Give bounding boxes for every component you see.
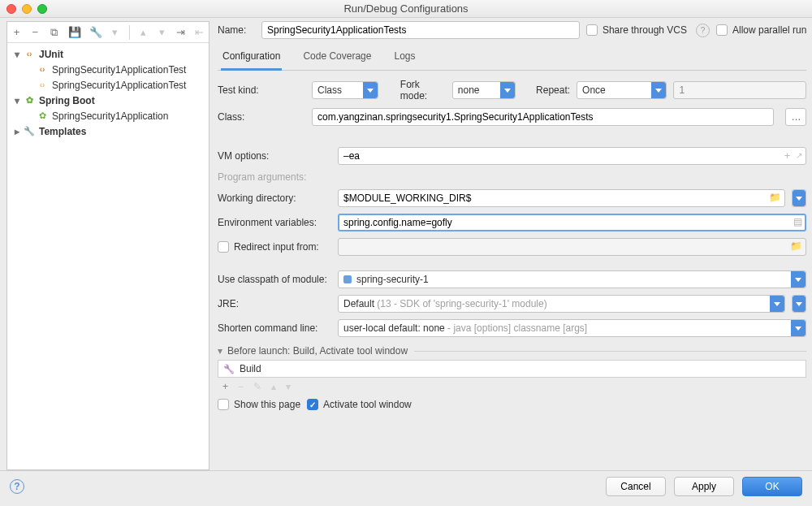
tab-logs[interactable]: Logs [392, 45, 417, 70]
jre-label: JRE: [218, 298, 331, 309]
working-dir-dropdown[interactable] [792, 189, 806, 207]
test-kind-select[interactable]: Class [312, 81, 378, 99]
separator [129, 25, 130, 40]
module-select[interactable]: spring-security-1 [338, 270, 806, 288]
apply-button[interactable]: Apply [674, 477, 734, 496]
fork-mode-select[interactable]: none [452, 81, 516, 99]
dialog-footer: ? Cancel Apply OK [0, 470, 812, 501]
working-dir-field[interactable] [338, 189, 785, 207]
chevron-down-icon [770, 296, 784, 312]
share-vcs-checkbox[interactable]: Share through VCS [586, 24, 687, 36]
before-launch-label: Build [240, 363, 261, 374]
tree-node-test[interactable]: SpringSecurity1ApplicationTest [7, 62, 209, 77]
tree-node-app[interactable]: SpringSecurity1Application [7, 108, 209, 123]
cancel-button[interactable]: Cancel [606, 477, 666, 496]
parallel-run-checkbox[interactable]: Allow parallel run [716, 24, 806, 36]
shorten-select[interactable]: user-local default: none - java [options… [338, 319, 806, 337]
select-value: spring-security-1 [356, 274, 429, 285]
save-icon[interactable]: 💾 [68, 26, 80, 38]
browse-class-button[interactable]: … [785, 108, 806, 126]
tab-code-coverage[interactable]: Code Coverage [301, 45, 373, 70]
vm-options-field[interactable] [338, 147, 806, 165]
class-field[interactable] [312, 108, 774, 126]
jre-select[interactable]: Default (13 - SDK of 'spring-security-1'… [338, 295, 785, 313]
wrench-icon[interactable]: 🔧 [89, 26, 101, 38]
expand-icon[interactable]: ⇥ [176, 26, 185, 38]
move-down-icon[interactable]: ▾ [286, 381, 291, 392]
folder-icon[interactable]: 📁 [769, 192, 781, 203]
chevron-down-icon [793, 296, 806, 312]
tree-label: JUnit [39, 49, 63, 60]
select-value: Once [582, 84, 606, 96]
show-page-checkbox[interactable]: Show this page [218, 399, 300, 410]
env-vars-field[interactable] [338, 214, 806, 231]
main-panel: Name: Share through VCS ? Allow parallel… [213, 18, 812, 470]
move-down-icon[interactable]: ▾ [158, 26, 166, 38]
checkbox-label: Redirect input from: [234, 241, 319, 253]
repeat-select[interactable]: Once [577, 81, 667, 99]
move-up-icon[interactable]: ▴ [271, 381, 276, 392]
env-vars-wrap: ▤ [338, 214, 806, 231]
tree-label: SpringSecurity1ApplicationTest [52, 80, 186, 91]
tab-configuration[interactable]: Configuration [221, 45, 282, 71]
edit-icon[interactable]: ✎ [253, 381, 261, 392]
jre-hint: (13 - SDK of 'spring-security-1' module) [377, 298, 546, 309]
add-icon[interactable]: + [12, 26, 21, 38]
chevron-down-icon [793, 190, 806, 206]
collapse-icon[interactable]: ⇤ [195, 26, 204, 38]
tree-label: Spring Boot [39, 95, 95, 106]
help-button[interactable]: ? [10, 479, 24, 494]
working-dir-wrap: 📁 [338, 189, 785, 207]
checkbox-label: Share through VCS [603, 24, 687, 36]
program-args-label: Program arguments: [218, 171, 331, 183]
remove-icon[interactable]: − [31, 26, 40, 38]
test-kind-label: Test kind: [218, 84, 305, 96]
ok-button[interactable]: OK [742, 477, 802, 496]
before-launch-section: ▾Before launch: Build, Activate tool win… [218, 345, 806, 410]
redirect-input-checkbox[interactable]: Redirect input from: [218, 241, 331, 253]
remove-icon[interactable]: − [238, 381, 244, 392]
redirect-input-wrap: 📁 [338, 238, 806, 256]
chevron-down-icon[interactable]: ▾ [110, 26, 119, 38]
config-sidebar: + − ⧉ 💾 🔧 ▾ ▴ ▾ ⇥ ⇤ ▾JUnit SpringSecurit… [6, 21, 209, 470]
before-launch-item[interactable]: Build [218, 360, 806, 378]
tree-node-springboot[interactable]: ▾Spring Boot [7, 93, 209, 108]
tree-label: SpringSecurity1ApplicationTest [52, 64, 186, 76]
shorten-hint: - java [options] classname [args] [447, 322, 587, 334]
module-label: Use classpath of module: [218, 274, 331, 285]
copy-icon[interactable]: ⧉ [50, 26, 58, 39]
junit-icon [37, 80, 48, 91]
before-launch-header: Before launch: Build, Activate tool wind… [227, 345, 408, 357]
help-icon[interactable]: ? [696, 24, 710, 37]
tree-label: Templates [39, 126, 86, 137]
list-icon[interactable]: ▤ [793, 216, 802, 227]
select-value: Class [317, 84, 342, 96]
junit-icon [24, 49, 35, 60]
springboot-icon [37, 110, 48, 122]
module-icon [343, 275, 352, 283]
move-up-icon[interactable]: ▴ [139, 26, 148, 38]
wrench-icon [24, 126, 35, 137]
checkbox-label: Activate tool window [323, 399, 412, 410]
tree-node-test[interactable]: SpringSecurity1ApplicationTest [7, 77, 209, 93]
shorten-label: Shorten command line: [218, 322, 331, 334]
repeat-count-field[interactable] [673, 81, 806, 99]
config-tree: ▾JUnit SpringSecurity1ApplicationTest Sp… [7, 43, 209, 469]
fork-mode-label: Fork mode: [400, 79, 446, 102]
folder-icon[interactable]: 📁 [790, 240, 802, 252]
jre-dropdown[interactable] [792, 295, 806, 313]
name-label: Name: [218, 24, 255, 36]
tree-node-templates[interactable]: ▸Templates [7, 123, 209, 139]
env-vars-label: Environment variables: [218, 217, 331, 228]
plus-icon[interactable]: + [784, 149, 791, 162]
name-field[interactable] [261, 21, 580, 39]
tabs: Configuration Code Coverage Logs [218, 45, 806, 71]
add-icon[interactable]: + [222, 381, 228, 392]
activate-tool-checkbox[interactable]: Activate tool window [307, 399, 412, 410]
expand-icon[interactable]: ↗ [796, 151, 802, 160]
junit-icon [37, 64, 48, 76]
select-value: none [458, 84, 480, 96]
title-bar: Run/Debug Configurations [0, 0, 812, 18]
tree-node-junit[interactable]: ▾JUnit [7, 46, 209, 62]
checkbox-label: Allow parallel run [732, 24, 806, 36]
